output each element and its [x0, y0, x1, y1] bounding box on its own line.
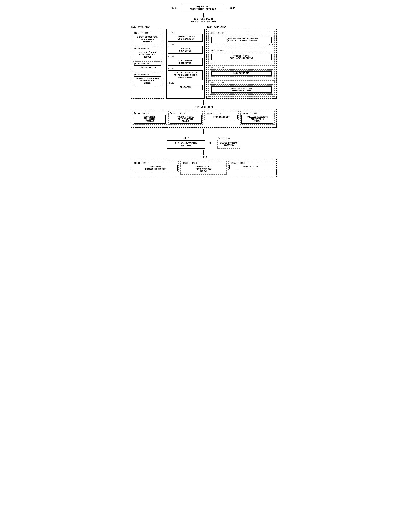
work113-box-2: CONTROL / DATAFLOW ANALYSISRESULT — [134, 50, 161, 59]
selector: SELECTOR — [168, 85, 203, 90]
work114-item-4: 1144 ∼1144M PARALLEL EXECUTIONPERFORMANC… — [208, 80, 274, 97]
parallel-execution-calculator: PARALLEL EXECUTIONPERFORMANCE INDEXCALCU… — [168, 70, 203, 80]
work115-item-2: ∫1152 ∼1152M CONTROL / DATAFLOW ANALYSIS… — [168, 111, 203, 126]
program-converter: PROGRAMCONVERTER — [168, 46, 203, 54]
work115-box-4: PARALLEL EXECUTIONPERFORMANCEINDEX — [241, 115, 274, 123]
static-rounding-condition-box: STATIC ROUNDINGCONDITION — [219, 141, 239, 147]
output-item-1: ∫1151 ∫1411M SEQUENTIALPROCESSING PROGRA… — [133, 161, 179, 176]
arrow-center-to-115 — [203, 100, 205, 105]
work114-box-4: PARALLEL EXECUTIONPERFORMANCE INDEX — [211, 86, 272, 93]
diagram: 101 ∼ SEQUENTIAL PROCESSING PROGRAM ∼ 10… — [131, 4, 276, 177]
arrow-top-to-fork — [203, 13, 205, 18]
sequential-processing-program-box: SEQUENTIAL PROCESSING PROGRAM — [182, 4, 224, 12]
work114-item-2: 1142 ∼1142M CONTROL / DATAFLOW ANALYSIS … — [208, 48, 274, 64]
work115-box-1: SEQUENTIALPROCESSINGPROGRAM — [134, 115, 166, 123]
work113-item-1: ∫101 ∼1131M INPUT SEQUENTIALPROCESSINGPR… — [133, 31, 162, 45]
work115-box-2: CONTROL / DATAFLOW ANALYSISRESULT — [170, 115, 202, 123]
work-area-113: ∫113 WORK AREA ∫101 ∼1131M INPUT SEQUENT… — [131, 29, 164, 99]
work114-item-1: 1141 ∼1141M SEQUENTIAL PROCESSING PROGRA… — [208, 31, 274, 47]
output-box-3: FORK POINT SET — [229, 165, 273, 169]
work113-box-4: PARALLEL EXECUTIONPERFORMANCEINDEX — [134, 76, 161, 85]
middle-section: ∫113 WORK AREA ∫101 ∼1131M INPUT SEQUENT… — [131, 25, 276, 99]
work113-box-1: INPUT SEQUENTIALPROCESSINGPROGRAM — [134, 35, 161, 44]
arrow-static-to-output — [203, 150, 205, 155]
work115-item-3: ∫1153 ∼1153M FORK POINT SET — [204, 111, 239, 126]
output-row: ∫1151 ∫1411M SEQUENTIALPROCESSING PROGRA… — [133, 161, 274, 176]
work-area-115-label: ∼115 WORK AREA — [194, 106, 213, 109]
ref-101m: 101M — [229, 7, 235, 10]
work-area-115: ∼115 WORK AREA ∫1151 ∼1151M SEQUENTIALPR… — [131, 109, 276, 128]
work114-box-3: FORK POINT SET — [211, 71, 272, 76]
output-item-2: ∫1152 ∫1412M CONTROL / DATAFLOW ANALYSIS… — [180, 161, 227, 176]
work113-item-2: ∫1132 ∼1132M CONTROL / DATAFLOW ANALYSIS… — [133, 46, 162, 60]
ref-101: 101 — [172, 7, 176, 10]
work114-item-3: 1143 ∼1143M FORK POINT SET ••• — [208, 65, 274, 79]
static-rounding-row: ∼112 STATIC ROUNDINGSECTION ∫151 ∫151M S… — [131, 137, 276, 149]
arrow-115-to-static — [203, 129, 205, 134]
output-area-141m: ∼141M ∫1151 ∫1411M SEQUENTIALPROCESSING … — [131, 159, 276, 177]
fork-point-collection-label: 111 FORK POINTCOLLECTION SECTION — [191, 18, 216, 23]
work114-box-2: CONTROL / DATAFLOW ANALYSIS RESULT — [211, 54, 272, 60]
work113-item-3: ∫1133 ∼1133M FORK POINT SET — [133, 61, 162, 71]
work113-item-4: ∫1134 ∼1134M PARALLEL EXECUTIONPERFORMAN… — [133, 72, 162, 86]
tilde-101: ∼ — [178, 6, 180, 10]
arrow-condition-to-static — [209, 142, 216, 144]
output-item-3: ∫1413 ∫1413M FORK POINT SET — [228, 161, 274, 176]
control-data-flow-analyzer: CONTROL / DATAFLOW ANALYZER — [168, 34, 203, 42]
tilde-101m: ∼ — [226, 6, 228, 10]
work115-row: ∫1151 ∼1151M SEQUENTIALPROCESSINGPROGRAM… — [133, 111, 274, 126]
work-area-114: ∫114 WORK AREA 1141 ∼1141M SEQUENTIAL PR… — [206, 29, 276, 99]
static-rounding-box: STATIC ROUNDINGSECTION — [167, 140, 205, 149]
output-box-1: SEQUENTIALPROCESSING PROGRAM — [134, 165, 178, 171]
work113-box-3: FORK POINT SET — [134, 65, 161, 70]
work115-item-4: ∫1154 ∼1154M PARALLEL EXECUTIONPERFORMAN… — [240, 111, 274, 126]
output-box-2: CONTROL / DATAFLOW ANALYSISRESULT — [181, 165, 226, 173]
fork-point-extractor: FORK POINTEXTRACTOR — [168, 58, 203, 66]
work114-box-1: SEQUENTIAL PROCESSING PROGRAMEQUIVALENT … — [211, 37, 272, 43]
output-area-label: ∼141M — [200, 156, 207, 159]
static-rounding-ref: ∼112 — [183, 137, 189, 140]
work-area-114-label: ∫114 WORK AREA — [207, 26, 226, 28]
work-area-113-label: ∫113 WORK AREA — [131, 26, 150, 28]
work115-box-3: FORK POINT SET — [205, 115, 238, 119]
center-collection-section: ∼1111 CONTROL / DATAFLOW ANALYZER ∼1112 … — [166, 29, 204, 99]
work115-item-1: ∫1151 ∼1151M SEQUENTIALPROCESSINGPROGRAM — [133, 111, 167, 126]
